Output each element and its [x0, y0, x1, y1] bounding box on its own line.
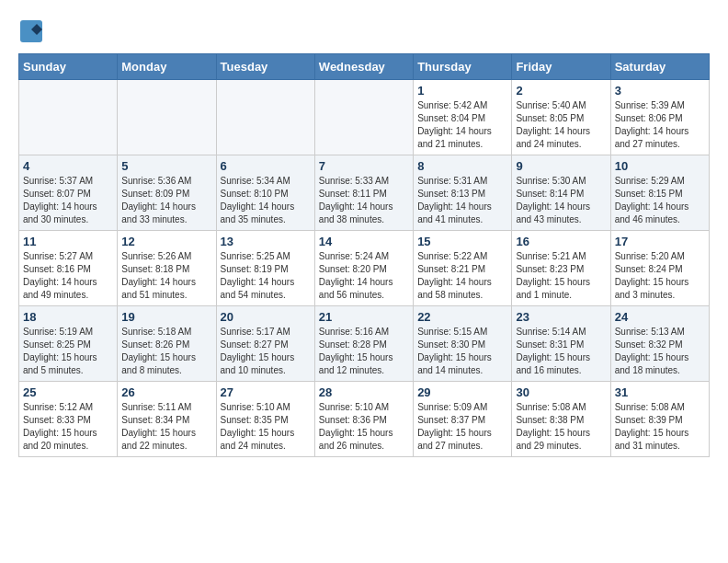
day-info: Sunrise: 5:15 AM Sunset: 8:30 PM Dayligh…: [417, 326, 507, 377]
calendar-day-cell: 30Sunrise: 5:08 AM Sunset: 8:38 PM Dayli…: [512, 382, 610, 457]
calendar-day-cell: 13Sunrise: 5:25 AM Sunset: 8:19 PM Dayli…: [216, 231, 314, 306]
day-info: Sunrise: 5:10 AM Sunset: 8:35 PM Dayligh…: [221, 401, 311, 453]
day-info: Sunrise: 5:25 AM Sunset: 8:19 PM Dayligh…: [221, 250, 311, 302]
day-info: Sunrise: 5:14 AM Sunset: 8:31 PM Dayligh…: [516, 326, 606, 377]
calendar-header-row: SundayMondayTuesdayWednesdayThursdayFrid…: [19, 54, 710, 80]
day-number: 5: [121, 159, 211, 173]
page-header: [18, 18, 710, 44]
calendar-day-cell: 2Sunrise: 5:40 AM Sunset: 8:05 PM Daylig…: [512, 80, 610, 155]
day-number: 2: [516, 84, 606, 98]
calendar-day-cell: 20Sunrise: 5:17 AM Sunset: 8:27 PM Dayli…: [216, 306, 314, 382]
calendar-day-cell: 11Sunrise: 5:27 AM Sunset: 8:16 PM Dayli…: [19, 231, 118, 306]
calendar-week-row: 25Sunrise: 5:12 AM Sunset: 8:33 PM Dayli…: [19, 382, 710, 457]
calendar-day-cell: 17Sunrise: 5:20 AM Sunset: 8:24 PM Dayli…: [610, 231, 709, 306]
day-info: Sunrise: 5:12 AM Sunset: 8:33 PM Dayligh…: [23, 401, 113, 453]
calendar-day-cell: 5Sunrise: 5:36 AM Sunset: 8:09 PM Daylig…: [118, 155, 216, 231]
calendar-day-cell: [216, 80, 314, 155]
calendar-day-cell: 7Sunrise: 5:33 AM Sunset: 8:11 PM Daylig…: [314, 155, 413, 231]
day-info: Sunrise: 5:17 AM Sunset: 8:27 PM Dayligh…: [221, 326, 311, 377]
calendar-day-cell: 22Sunrise: 5:15 AM Sunset: 8:30 PM Dayli…: [414, 306, 512, 382]
day-of-week-header: Monday: [118, 54, 216, 80]
day-number: 29: [417, 385, 507, 399]
day-of-week-header: Sunday: [19, 54, 118, 80]
calendar-day-cell: [19, 80, 118, 155]
day-info: Sunrise: 5:40 AM Sunset: 8:05 PM Dayligh…: [516, 99, 606, 151]
calendar-day-cell: 8Sunrise: 5:31 AM Sunset: 8:13 PM Daylig…: [414, 155, 512, 231]
day-number: 3: [615, 84, 705, 98]
day-info: Sunrise: 5:08 AM Sunset: 8:39 PM Dayligh…: [615, 401, 705, 453]
day-info: Sunrise: 5:16 AM Sunset: 8:28 PM Dayligh…: [319, 326, 409, 377]
day-info: Sunrise: 5:33 AM Sunset: 8:11 PM Dayligh…: [319, 175, 409, 226]
calendar-day-cell: 10Sunrise: 5:29 AM Sunset: 8:15 PM Dayli…: [610, 155, 709, 231]
day-number: 11: [23, 235, 113, 248]
day-info: Sunrise: 5:18 AM Sunset: 8:26 PM Dayligh…: [121, 326, 211, 377]
calendar-day-cell: [314, 80, 413, 155]
day-number: 27: [221, 385, 311, 399]
day-number: 26: [121, 385, 211, 399]
day-number: 6: [221, 159, 311, 173]
calendar-day-cell: [118, 80, 216, 155]
day-number: 9: [516, 159, 606, 173]
calendar-week-row: 11Sunrise: 5:27 AM Sunset: 8:16 PM Dayli…: [19, 231, 710, 306]
day-info: Sunrise: 5:09 AM Sunset: 8:37 PM Dayligh…: [417, 401, 507, 453]
day-of-week-header: Saturday: [610, 54, 709, 80]
calendar-day-cell: 25Sunrise: 5:12 AM Sunset: 8:33 PM Dayli…: [19, 382, 118, 457]
day-info: Sunrise: 5:37 AM Sunset: 8:07 PM Dayligh…: [23, 175, 113, 226]
calendar-day-cell: 31Sunrise: 5:08 AM Sunset: 8:39 PM Dayli…: [610, 382, 709, 457]
day-number: 12: [121, 235, 211, 248]
day-info: Sunrise: 5:11 AM Sunset: 8:34 PM Dayligh…: [121, 401, 211, 453]
calendar-day-cell: 28Sunrise: 5:10 AM Sunset: 8:36 PM Dayli…: [314, 382, 413, 457]
logo: [18, 18, 48, 44]
day-number: 23: [516, 310, 606, 324]
calendar-day-cell: 27Sunrise: 5:10 AM Sunset: 8:35 PM Dayli…: [216, 382, 314, 457]
day-number: 28: [319, 385, 409, 399]
day-info: Sunrise: 5:21 AM Sunset: 8:23 PM Dayligh…: [516, 250, 606, 302]
calendar-day-cell: 6Sunrise: 5:34 AM Sunset: 8:10 PM Daylig…: [216, 155, 314, 231]
day-info: Sunrise: 5:26 AM Sunset: 8:18 PM Dayligh…: [121, 250, 211, 302]
day-of-week-header: Friday: [512, 54, 610, 80]
day-info: Sunrise: 5:34 AM Sunset: 8:10 PM Dayligh…: [221, 175, 311, 226]
calendar-day-cell: 23Sunrise: 5:14 AM Sunset: 8:31 PM Dayli…: [512, 306, 610, 382]
calendar-week-row: 4Sunrise: 5:37 AM Sunset: 8:07 PM Daylig…: [19, 155, 710, 231]
day-info: Sunrise: 5:30 AM Sunset: 8:14 PM Dayligh…: [516, 175, 606, 226]
day-info: Sunrise: 5:36 AM Sunset: 8:09 PM Dayligh…: [121, 175, 211, 226]
day-info: Sunrise: 5:10 AM Sunset: 8:36 PM Dayligh…: [319, 401, 409, 453]
logo-icon: [18, 18, 44, 44]
calendar-table: SundayMondayTuesdayWednesdayThursdayFrid…: [18, 53, 710, 457]
day-info: Sunrise: 5:42 AM Sunset: 8:04 PM Dayligh…: [417, 99, 507, 151]
calendar-day-cell: 4Sunrise: 5:37 AM Sunset: 8:07 PM Daylig…: [19, 155, 118, 231]
day-number: 8: [417, 159, 507, 173]
day-number: 10: [615, 159, 705, 173]
calendar-day-cell: 19Sunrise: 5:18 AM Sunset: 8:26 PM Dayli…: [118, 306, 216, 382]
day-number: 30: [516, 385, 606, 399]
day-number: 31: [615, 385, 705, 399]
day-number: 16: [516, 235, 606, 248]
day-number: 19: [121, 310, 211, 324]
calendar-week-row: 18Sunrise: 5:19 AM Sunset: 8:25 PM Dayli…: [19, 306, 710, 382]
day-number: 21: [319, 310, 409, 324]
calendar-day-cell: 1Sunrise: 5:42 AM Sunset: 8:04 PM Daylig…: [414, 80, 512, 155]
day-number: 14: [319, 235, 409, 248]
day-info: Sunrise: 5:27 AM Sunset: 8:16 PM Dayligh…: [23, 250, 113, 302]
calendar-day-cell: 9Sunrise: 5:30 AM Sunset: 8:14 PM Daylig…: [512, 155, 610, 231]
day-number: 24: [615, 310, 705, 324]
day-number: 13: [221, 235, 311, 248]
day-info: Sunrise: 5:29 AM Sunset: 8:15 PM Dayligh…: [615, 175, 705, 226]
day-info: Sunrise: 5:08 AM Sunset: 8:38 PM Dayligh…: [516, 401, 606, 453]
day-info: Sunrise: 5:19 AM Sunset: 8:25 PM Dayligh…: [23, 326, 113, 377]
day-info: Sunrise: 5:24 AM Sunset: 8:20 PM Dayligh…: [319, 250, 409, 302]
calendar-day-cell: 16Sunrise: 5:21 AM Sunset: 8:23 PM Dayli…: [512, 231, 610, 306]
day-number: 22: [417, 310, 507, 324]
calendar-day-cell: 15Sunrise: 5:22 AM Sunset: 8:21 PM Dayli…: [414, 231, 512, 306]
calendar-day-cell: 29Sunrise: 5:09 AM Sunset: 8:37 PM Dayli…: [414, 382, 512, 457]
calendar-day-cell: 18Sunrise: 5:19 AM Sunset: 8:25 PM Dayli…: [19, 306, 118, 382]
calendar-day-cell: 14Sunrise: 5:24 AM Sunset: 8:20 PM Dayli…: [314, 231, 413, 306]
day-info: Sunrise: 5:22 AM Sunset: 8:21 PM Dayligh…: [417, 250, 507, 302]
day-number: 7: [319, 159, 409, 173]
calendar-day-cell: 21Sunrise: 5:16 AM Sunset: 8:28 PM Dayli…: [314, 306, 413, 382]
day-info: Sunrise: 5:13 AM Sunset: 8:32 PM Dayligh…: [615, 326, 705, 377]
day-info: Sunrise: 5:31 AM Sunset: 8:13 PM Dayligh…: [417, 175, 507, 226]
day-info: Sunrise: 5:20 AM Sunset: 8:24 PM Dayligh…: [615, 250, 705, 302]
day-of-week-header: Thursday: [414, 54, 512, 80]
calendar-day-cell: 12Sunrise: 5:26 AM Sunset: 8:18 PM Dayli…: [118, 231, 216, 306]
